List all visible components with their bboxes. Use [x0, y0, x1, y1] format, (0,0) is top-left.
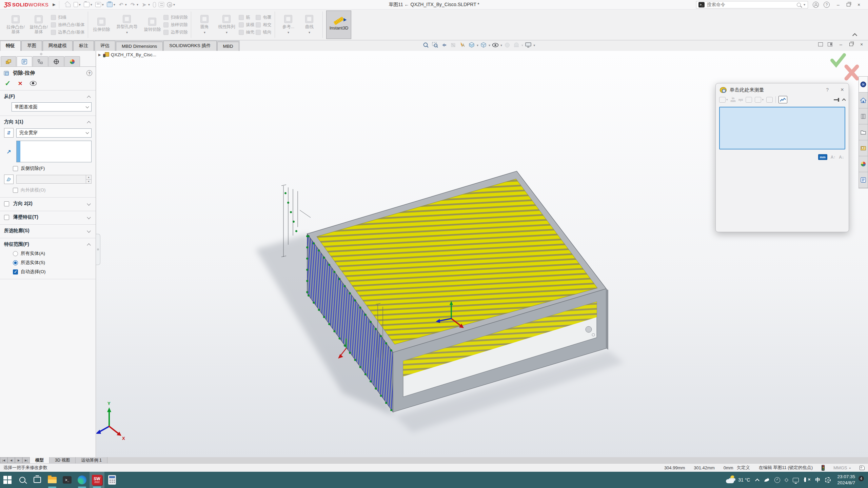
tab-mbd[interactable]: MBD — [217, 42, 239, 51]
measure-dialog[interactable]: 单击此处来测量 ? × ▾ inmm xyz ▾ mm A↑ A↓ — [715, 83, 849, 232]
command-search[interactable]: >_ ▾ — [696, 1, 808, 8]
tab-evaluate[interactable]: 评估 — [95, 41, 115, 51]
revolved-cut-button[interactable]: 旋转切除 — [142, 18, 162, 32]
direction-selection-listbox[interactable] — [16, 141, 92, 162]
tab-mbd-dimensions[interactable]: MBD Dimensions — [116, 42, 163, 51]
decrease-text-icon[interactable]: A↓ — [839, 155, 844, 160]
extruded-boss-button[interactable]: 拉伸凸台/基体 — [5, 15, 26, 34]
minimize-button[interactable]: – — [834, 2, 842, 7]
rib-button[interactable]: 筋 — [239, 15, 254, 20]
boundary-cut-button[interactable]: 边界切除 — [163, 29, 188, 35]
thin-feature-expand-chevron[interactable] — [87, 215, 91, 219]
extruded-cut-button[interactable]: 拉伸切除 — [92, 18, 111, 32]
panel-resize-dot[interactable] — [40, 53, 42, 55]
motion-study-tab[interactable]: 运动算例 1 — [76, 457, 107, 463]
auto-select-checkbox[interactable] — [13, 269, 18, 274]
reference-caret[interactable]: ▾ — [287, 30, 290, 34]
redo-button[interactable]: ↷▾ — [129, 1, 140, 8]
display-style-caret[interactable]: ▾ — [489, 43, 490, 47]
file-explorer-tab[interactable] — [859, 124, 868, 140]
redo-caret[interactable]: ▾ — [136, 3, 139, 6]
draft-angle-spinner[interactable]: ▲▼ — [86, 175, 91, 183]
units-precision-button[interactable]: inmm — [731, 97, 736, 103]
draft-button[interactable]: 拔模 — [239, 22, 254, 28]
file-properties-button[interactable] — [158, 1, 165, 8]
from-collapse-chevron[interactable] — [87, 96, 91, 99]
direction2-checkbox[interactable] — [4, 201, 9, 206]
view-settings-icon[interactable] — [524, 41, 532, 49]
draft-angle-input[interactable]: ▲▼ — [16, 175, 92, 184]
tag-icon[interactable] — [860, 466, 865, 470]
next-tab-button[interactable]: ▶ — [15, 457, 22, 463]
first-tab-button[interactable]: |◀ — [0, 457, 7, 463]
reverse-direction-button[interactable]: ⇵ — [4, 128, 14, 138]
hole-wizard-caret[interactable]: ▾ — [126, 30, 128, 34]
curves-button[interactable]: 曲线▾ — [299, 15, 319, 34]
pin-dialog-icon[interactable] — [834, 99, 839, 100]
close-button[interactable]: × — [855, 2, 863, 7]
hide-show-caret[interactable]: ▾ — [500, 43, 502, 47]
undo-caret[interactable]: ▾ — [125, 3, 127, 6]
restore-button[interactable] — [847, 3, 850, 6]
previous-view-icon[interactable] — [440, 41, 448, 49]
ok-button[interactable]: ✓ — [5, 80, 11, 87]
end-condition-dropdown[interactable]: 完全贯穿 — [16, 128, 92, 138]
measurement-chart-button[interactable] — [778, 96, 787, 103]
thin-feature-checkbox[interactable] — [4, 215, 9, 220]
preview-eye-icon[interactable] — [30, 81, 37, 86]
from-dropdown[interactable]: 草图基准面 — [12, 102, 92, 111]
measure-selection-box[interactable] — [719, 107, 845, 149]
reference-geometry-button[interactable]: 参考...▾ — [278, 15, 298, 34]
doc-restore-button[interactable] — [849, 43, 853, 46]
save-button[interactable]: ▾ — [94, 1, 105, 8]
flyout-feature-tree[interactable]: ▶ QXZH_ITX_By_Cisc... — [98, 52, 156, 57]
linear-pattern-button[interactable]: 线性阵列▾ — [216, 15, 237, 34]
solidworks-taskbar-button[interactable]: SW2022 — [90, 472, 104, 488]
confirm-ok-icon[interactable] — [832, 55, 844, 65]
shell-button[interactable]: 抽壳 — [239, 29, 254, 35]
measure-close-icon[interactable]: × — [841, 86, 844, 93]
zoom-to-fit-icon[interactable] — [422, 41, 430, 49]
panel-splitter-handle[interactable] — [96, 234, 100, 265]
account-icon[interactable] — [813, 2, 819, 8]
display-manager-tab[interactable] — [64, 56, 80, 66]
view-orientation-caret[interactable]: ▾ — [477, 43, 478, 47]
night-light-button[interactable] — [783, 472, 790, 488]
ime-settings-button[interactable] — [823, 472, 833, 488]
last-tab-button[interactable]: ▶| — [22, 457, 30, 463]
fillet-caret[interactable]: ▾ — [203, 30, 206, 34]
collapse-dialog-chevron[interactable] — [842, 98, 846, 102]
selected-contours-expand-chevron[interactable] — [87, 229, 91, 232]
draft-on-off-button[interactable] — [4, 175, 14, 184]
search-input[interactable] — [707, 2, 794, 7]
tray-animal-app-button[interactable] — [761, 472, 772, 488]
tab-annotate[interactable]: 标注 — [73, 41, 94, 51]
hide-show-items-icon[interactable] — [491, 41, 499, 49]
print-button[interactable]: ▾ — [106, 1, 117, 8]
instant3d-button[interactable]: Instant3D — [326, 11, 351, 39]
tab-solidworks-addins[interactable]: SOLIDWORKS 插件 — [163, 41, 216, 51]
curves-caret[interactable]: ▾ — [308, 30, 311, 34]
weather-widget[interactable]: 31 °C — [723, 476, 753, 483]
print-caret[interactable]: ▾ — [113, 3, 116, 6]
pane-toggle-icon[interactable] — [828, 42, 832, 46]
undo-button[interactable]: ↶▾ — [117, 1, 128, 8]
volume-button[interactable] — [801, 472, 813, 488]
selection-filter-button[interactable]: ▾ — [755, 97, 764, 103]
select-caret[interactable]: ▾ — [148, 3, 150, 6]
menu-flyout-arrow[interactable]: ▶ — [53, 2, 55, 7]
home-tab[interactable] — [859, 93, 868, 108]
ime-indicator[interactable]: 中 — [813, 472, 823, 488]
mirror-button[interactable]: 镜向 — [256, 29, 271, 35]
confirm-cancel-icon[interactable] — [846, 66, 857, 79]
appearances-scenes-tab[interactable] — [859, 156, 868, 172]
open-caret[interactable]: ▾ — [90, 3, 93, 6]
linear-pattern-caret[interactable]: ▾ — [225, 30, 228, 34]
ribbon-collapse-chevron[interactable] — [852, 33, 857, 38]
measure-dialog-header[interactable]: 单击此处来测量 ? × — [716, 83, 849, 95]
3d-views-tab[interactable]: 3D 视图 — [50, 457, 76, 463]
selected-bodies-radio[interactable] — [13, 260, 18, 265]
taskbar-clock[interactable]: 23:07:35 2024/8/7 — [833, 474, 859, 486]
direction1-collapse-chevron[interactable] — [87, 121, 91, 125]
swept-cut-button[interactable]: 扫描切除 — [163, 15, 188, 20]
